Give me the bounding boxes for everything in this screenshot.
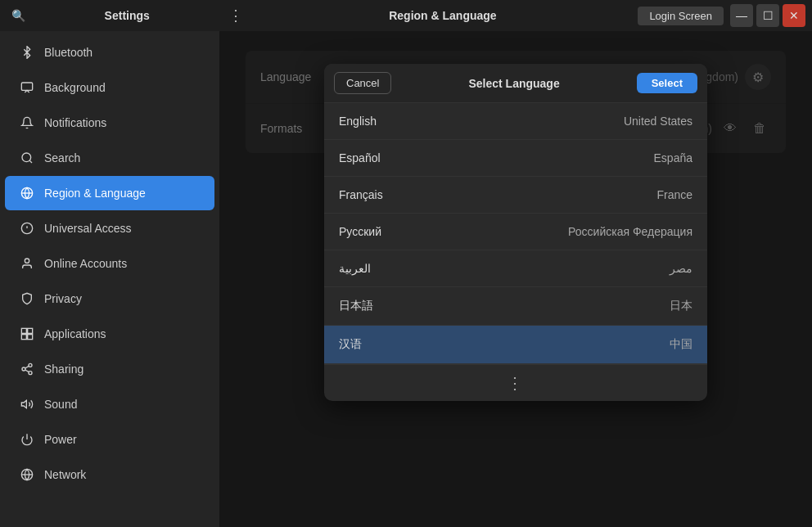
search-sidebar-icon bbox=[18, 149, 36, 167]
language-name: 汉语 bbox=[339, 337, 362, 352]
region-icon bbox=[18, 184, 36, 202]
sidebar-item-network[interactable]: Network bbox=[5, 457, 214, 492]
sidebar-label-privacy: Privacy bbox=[44, 292, 82, 305]
window-title: Region & Language bbox=[247, 9, 638, 22]
language-region: 中国 bbox=[670, 337, 692, 352]
svg-rect-9 bbox=[21, 328, 26, 333]
sidebar-item-bluetooth[interactable]: Bluetooth bbox=[5, 35, 214, 70]
right-panel: Language English (United Kingdom) ⚙ Form… bbox=[219, 31, 812, 527]
sidebar-label-background: Background bbox=[44, 81, 106, 94]
svg-line-17 bbox=[25, 366, 29, 368]
language-item-english[interactable]: English United States bbox=[324, 103, 707, 140]
language-name: Français bbox=[339, 188, 383, 201]
sidebar-item-notifications[interactable]: Notifications bbox=[5, 106, 214, 140]
svg-rect-10 bbox=[28, 328, 33, 333]
sharing-icon bbox=[18, 360, 36, 378]
main-content: Bluetooth Background Notifications Searc… bbox=[0, 31, 812, 527]
sidebar-label-network: Network bbox=[44, 468, 86, 481]
sidebar-label-power: Power bbox=[44, 433, 77, 446]
privacy-icon bbox=[18, 290, 36, 308]
svg-rect-11 bbox=[21, 335, 26, 340]
language-name: Русский bbox=[339, 225, 381, 238]
svg-point-14 bbox=[22, 367, 25, 371]
language-item-chinese[interactable]: 汉语 中国 bbox=[324, 326, 707, 364]
sidebar-label-sharing: Sharing bbox=[44, 363, 83, 376]
sidebar-label-online-accounts: Online Accounts bbox=[44, 257, 127, 270]
cancel-button[interactable]: Cancel bbox=[334, 72, 391, 94]
dialog-footer: ⋮ bbox=[324, 364, 707, 401]
svg-marker-18 bbox=[21, 400, 26, 408]
sidebar-label-applications: Applications bbox=[44, 327, 106, 340]
sidebar-label-region: Region & Language bbox=[44, 187, 146, 200]
sound-icon bbox=[18, 395, 36, 413]
language-region: مصر bbox=[670, 262, 692, 275]
sidebar-item-sharing[interactable]: Sharing bbox=[5, 352, 214, 386]
menu-icon[interactable]: ⋮ bbox=[224, 4, 247, 27]
dialog-overlay: Cancel Select Language Select English Un… bbox=[219, 31, 812, 527]
svg-line-2 bbox=[29, 160, 32, 163]
search-icon[interactable]: 🔍 bbox=[7, 4, 29, 27]
language-name: العربية bbox=[339, 262, 371, 275]
sidebar-item-region-language[interactable]: Region & Language bbox=[5, 176, 214, 210]
bluetooth-icon bbox=[18, 43, 36, 61]
applications-icon bbox=[18, 325, 36, 343]
notifications-icon bbox=[18, 114, 36, 132]
network-icon bbox=[18, 466, 36, 484]
minimize-button[interactable]: — bbox=[730, 4, 753, 27]
sidebar-item-power[interactable]: Power bbox=[5, 422, 214, 457]
power-icon bbox=[18, 430, 36, 448]
background-icon bbox=[18, 79, 36, 97]
sidebar-item-sound[interactable]: Sound bbox=[5, 387, 214, 421]
titlebar: 🔍 Settings ⋮ Region & Language Login Scr… bbox=[0, 0, 812, 31]
language-name: 日本語 bbox=[339, 299, 373, 313]
dialog-header: Cancel Select Language Select bbox=[324, 64, 707, 103]
language-name: English bbox=[339, 115, 377, 128]
language-list: English United States Español España Fra… bbox=[324, 103, 707, 364]
svg-rect-0 bbox=[21, 83, 32, 90]
sidebar-label-notifications: Notifications bbox=[44, 116, 106, 129]
maximize-button[interactable]: ☐ bbox=[756, 4, 779, 27]
language-region: United States bbox=[624, 115, 692, 128]
close-button[interactable]: ✕ bbox=[783, 4, 805, 27]
sidebar-label-universal-access: Universal Access bbox=[44, 222, 132, 235]
svg-point-8 bbox=[25, 259, 29, 263]
svg-point-1 bbox=[22, 153, 31, 162]
language-name: Español bbox=[339, 151, 381, 164]
online-accounts-icon bbox=[18, 254, 36, 273]
more-options-button[interactable]: ⋮ bbox=[507, 373, 525, 393]
language-region: France bbox=[656, 188, 692, 201]
select-language-dialog: Cancel Select Language Select English Un… bbox=[324, 64, 707, 401]
language-item-russian[interactable]: Русский Российская Федерация bbox=[324, 214, 707, 250]
sidebar-item-search[interactable]: Search bbox=[5, 141, 214, 175]
language-item-francais[interactable]: Français France bbox=[324, 177, 707, 214]
sidebar-item-privacy[interactable]: Privacy bbox=[5, 282, 214, 316]
svg-line-16 bbox=[25, 370, 29, 372]
sidebar-item-universal-access[interactable]: Universal Access bbox=[5, 211, 214, 245]
language-item-arabic[interactable]: العربية مصر bbox=[324, 250, 707, 287]
window-controls: — ☐ ✕ bbox=[730, 4, 805, 27]
sidebar-item-online-accounts[interactable]: Online Accounts bbox=[5, 246, 214, 281]
sidebar-item-applications[interactable]: Applications bbox=[5, 317, 214, 351]
language-region: España bbox=[654, 151, 692, 164]
svg-point-13 bbox=[29, 363, 32, 367]
sidebar: Bluetooth Background Notifications Searc… bbox=[0, 31, 219, 527]
dialog-title: Select Language bbox=[391, 77, 636, 90]
svg-point-15 bbox=[29, 372, 32, 375]
select-button[interactable]: Select bbox=[637, 73, 697, 93]
settings-title: Settings bbox=[29, 9, 224, 22]
login-screen-button[interactable]: Login Screen bbox=[638, 7, 724, 25]
language-item-japanese[interactable]: 日本語 日本 bbox=[324, 287, 707, 326]
sidebar-label-sound: Sound bbox=[44, 398, 77, 411]
svg-rect-12 bbox=[28, 335, 33, 340]
universal-access-icon bbox=[18, 219, 36, 237]
language-region: 日本 bbox=[670, 299, 692, 313]
sidebar-label-bluetooth: Bluetooth bbox=[44, 46, 92, 59]
language-region: Российская Федерация bbox=[568, 225, 692, 238]
sidebar-item-background[interactable]: Background bbox=[5, 70, 214, 105]
sidebar-label-search: Search bbox=[44, 151, 80, 164]
language-item-espanol[interactable]: Español España bbox=[324, 140, 707, 177]
